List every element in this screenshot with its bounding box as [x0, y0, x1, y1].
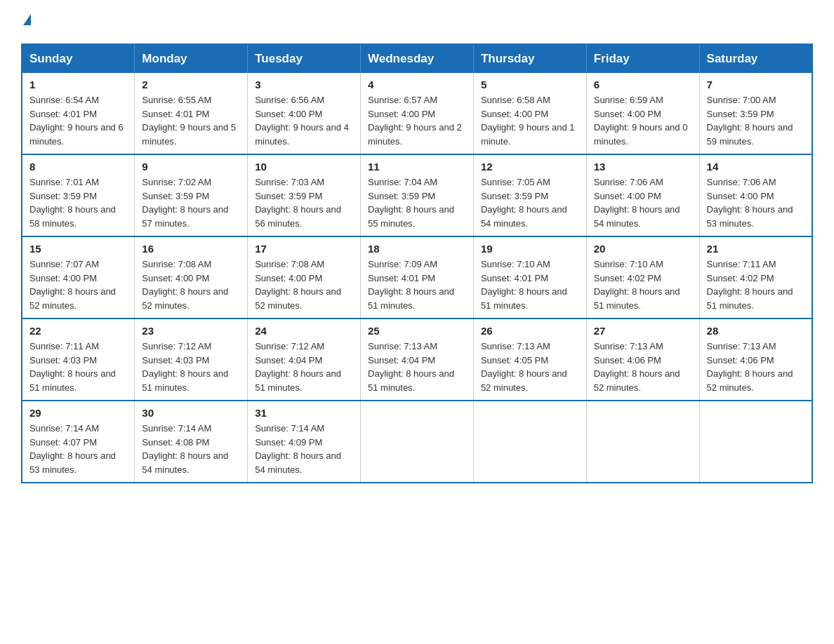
header-cell-friday: Friday	[586, 44, 699, 73]
calendar-cell: 13Sunrise: 7:06 AMSunset: 4:00 PMDayligh…	[586, 154, 699, 236]
day-number: 9	[142, 161, 240, 173]
day-info: Sunrise: 7:12 AMSunset: 4:03 PMDaylight:…	[142, 340, 240, 394]
header-cell-tuesday: Tuesday	[248, 44, 361, 73]
header-cell-saturday: Saturday	[699, 44, 812, 73]
day-info: Sunrise: 6:57 AMSunset: 4:00 PMDaylight:…	[368, 93, 466, 148]
calendar-cell: 14Sunrise: 7:06 AMSunset: 4:00 PMDayligh…	[699, 154, 812, 236]
header-cell-thursday: Thursday	[473, 44, 586, 73]
calendar-cell: 27Sunrise: 7:13 AMSunset: 4:06 PMDayligh…	[586, 318, 699, 401]
page-header	[21, 14, 813, 29]
calendar-cell	[699, 401, 812, 483]
header-cell-monday: Monday	[135, 44, 248, 73]
day-number: 23	[142, 325, 240, 337]
calendar-cell: 16Sunrise: 7:08 AMSunset: 4:00 PMDayligh…	[135, 236, 248, 318]
day-number: 3	[255, 79, 353, 90]
day-number: 17	[255, 243, 353, 255]
calendar-cell: 30Sunrise: 7:14 AMSunset: 4:08 PMDayligh…	[135, 401, 248, 483]
day-number: 22	[29, 325, 127, 337]
day-number: 5	[481, 79, 579, 90]
calendar-table: SundayMondayTuesdayWednesdayThursdayFrid…	[21, 43, 813, 483]
calendar-cell: 23Sunrise: 7:12 AMSunset: 4:03 PMDayligh…	[135, 318, 248, 401]
day-info: Sunrise: 7:11 AMSunset: 4:02 PMDaylight:…	[707, 257, 805, 312]
day-info: Sunrise: 7:14 AMSunset: 4:07 PMDaylight:…	[29, 422, 127, 476]
calendar-cell: 17Sunrise: 7:08 AMSunset: 4:00 PMDayligh…	[248, 236, 361, 318]
day-info: Sunrise: 7:12 AMSunset: 4:04 PMDaylight:…	[255, 340, 353, 394]
day-info: Sunrise: 7:10 AMSunset: 4:02 PMDaylight:…	[594, 257, 692, 312]
day-number: 25	[368, 325, 466, 337]
calendar-cell: 25Sunrise: 7:13 AMSunset: 4:04 PMDayligh…	[361, 318, 474, 401]
day-number: 31	[255, 407, 353, 419]
calendar-cell	[361, 401, 474, 483]
day-info: Sunrise: 7:00 AMSunset: 3:59 PMDaylight:…	[707, 93, 805, 148]
calendar-week-4: 22Sunrise: 7:11 AMSunset: 4:03 PMDayligh…	[22, 318, 812, 401]
calendar-week-3: 15Sunrise: 7:07 AMSunset: 4:00 PMDayligh…	[22, 236, 812, 318]
day-info: Sunrise: 7:08 AMSunset: 4:00 PMDaylight:…	[255, 257, 353, 312]
calendar-cell: 12Sunrise: 7:05 AMSunset: 3:59 PMDayligh…	[473, 154, 586, 236]
day-info: Sunrise: 7:07 AMSunset: 4:00 PMDaylight:…	[29, 257, 127, 312]
calendar-cell: 29Sunrise: 7:14 AMSunset: 4:07 PMDayligh…	[22, 401, 135, 483]
calendar-cell: 4Sunrise: 6:57 AMSunset: 4:00 PMDaylight…	[361, 73, 474, 154]
calendar-cell	[473, 401, 586, 483]
day-info: Sunrise: 7:03 AMSunset: 3:59 PMDaylight:…	[255, 175, 353, 230]
calendar-cell: 20Sunrise: 7:10 AMSunset: 4:02 PMDayligh…	[586, 236, 699, 318]
day-info: Sunrise: 7:13 AMSunset: 4:06 PMDaylight:…	[707, 340, 805, 394]
day-info: Sunrise: 7:06 AMSunset: 4:00 PMDaylight:…	[594, 175, 692, 230]
calendar-cell: 26Sunrise: 7:13 AMSunset: 4:05 PMDayligh…	[473, 318, 586, 401]
calendar-cell: 6Sunrise: 6:59 AMSunset: 4:00 PMDaylight…	[586, 73, 699, 154]
calendar-week-1: 1Sunrise: 6:54 AMSunset: 4:01 PMDaylight…	[22, 73, 812, 154]
day-number: 13	[594, 161, 692, 173]
calendar-cell	[586, 401, 699, 483]
day-number: 30	[142, 407, 240, 419]
header-cell-sunday: Sunday	[22, 44, 135, 73]
calendar-cell: 1Sunrise: 6:54 AMSunset: 4:01 PMDaylight…	[22, 73, 135, 154]
calendar-cell: 24Sunrise: 7:12 AMSunset: 4:04 PMDayligh…	[248, 318, 361, 401]
day-number: 10	[255, 161, 353, 173]
calendar-header: SundayMondayTuesdayWednesdayThursdayFrid…	[22, 44, 812, 73]
calendar-cell: 21Sunrise: 7:11 AMSunset: 4:02 PMDayligh…	[699, 236, 812, 318]
day-number: 12	[481, 161, 579, 173]
calendar-cell: 5Sunrise: 6:58 AMSunset: 4:00 PMDaylight…	[473, 73, 586, 154]
day-number: 24	[255, 325, 353, 337]
day-info: Sunrise: 7:11 AMSunset: 4:03 PMDaylight:…	[29, 340, 127, 394]
calendar-body: 1Sunrise: 6:54 AMSunset: 4:01 PMDaylight…	[22, 73, 812, 483]
logo-arrow-icon	[23, 14, 31, 25]
header-row: SundayMondayTuesdayWednesdayThursdayFrid…	[22, 44, 812, 73]
calendar-week-5: 29Sunrise: 7:14 AMSunset: 4:07 PMDayligh…	[22, 401, 812, 483]
calendar-cell: 2Sunrise: 6:55 AMSunset: 4:01 PMDaylight…	[135, 73, 248, 154]
calendar-cell: 3Sunrise: 6:56 AMSunset: 4:00 PMDaylight…	[248, 73, 361, 154]
day-number: 27	[594, 325, 692, 337]
day-number: 16	[142, 243, 240, 255]
day-number: 2	[142, 79, 240, 90]
day-info: Sunrise: 7:09 AMSunset: 4:01 PMDaylight:…	[368, 257, 466, 312]
day-number: 29	[29, 407, 127, 419]
day-info: Sunrise: 7:14 AMSunset: 4:08 PMDaylight:…	[142, 422, 240, 476]
day-info: Sunrise: 6:59 AMSunset: 4:00 PMDaylight:…	[594, 93, 692, 148]
day-info: Sunrise: 7:01 AMSunset: 3:59 PMDaylight:…	[29, 175, 127, 230]
day-number: 18	[368, 243, 466, 255]
calendar-cell: 10Sunrise: 7:03 AMSunset: 3:59 PMDayligh…	[248, 154, 361, 236]
calendar-cell: 7Sunrise: 7:00 AMSunset: 3:59 PMDaylight…	[699, 73, 812, 154]
calendar-cell: 15Sunrise: 7:07 AMSunset: 4:00 PMDayligh…	[22, 236, 135, 318]
calendar-cell: 11Sunrise: 7:04 AMSunset: 3:59 PMDayligh…	[361, 154, 474, 236]
day-info: Sunrise: 7:13 AMSunset: 4:04 PMDaylight:…	[368, 340, 466, 394]
day-number: 6	[594, 79, 692, 90]
day-number: 7	[707, 79, 805, 90]
day-number: 4	[368, 79, 466, 90]
day-number: 20	[594, 243, 692, 255]
day-number: 21	[707, 243, 805, 255]
calendar-cell: 18Sunrise: 7:09 AMSunset: 4:01 PMDayligh…	[361, 236, 474, 318]
day-info: Sunrise: 6:56 AMSunset: 4:00 PMDaylight:…	[255, 93, 353, 148]
day-info: Sunrise: 7:13 AMSunset: 4:05 PMDaylight:…	[481, 340, 579, 394]
day-number: 28	[707, 325, 805, 337]
day-info: Sunrise: 7:05 AMSunset: 3:59 PMDaylight:…	[481, 175, 579, 230]
day-number: 19	[481, 243, 579, 255]
day-info: Sunrise: 7:04 AMSunset: 3:59 PMDaylight:…	[368, 175, 466, 230]
calendar-cell: 28Sunrise: 7:13 AMSunset: 4:06 PMDayligh…	[699, 318, 812, 401]
calendar-cell: 31Sunrise: 7:14 AMSunset: 4:09 PMDayligh…	[248, 401, 361, 483]
day-info: Sunrise: 6:58 AMSunset: 4:00 PMDaylight:…	[481, 93, 579, 148]
calendar-cell: 8Sunrise: 7:01 AMSunset: 3:59 PMDaylight…	[22, 154, 135, 236]
header-cell-wednesday: Wednesday	[361, 44, 474, 73]
day-number: 14	[707, 161, 805, 173]
day-info: Sunrise: 7:06 AMSunset: 4:00 PMDaylight:…	[707, 175, 805, 230]
day-number: 26	[481, 325, 579, 337]
